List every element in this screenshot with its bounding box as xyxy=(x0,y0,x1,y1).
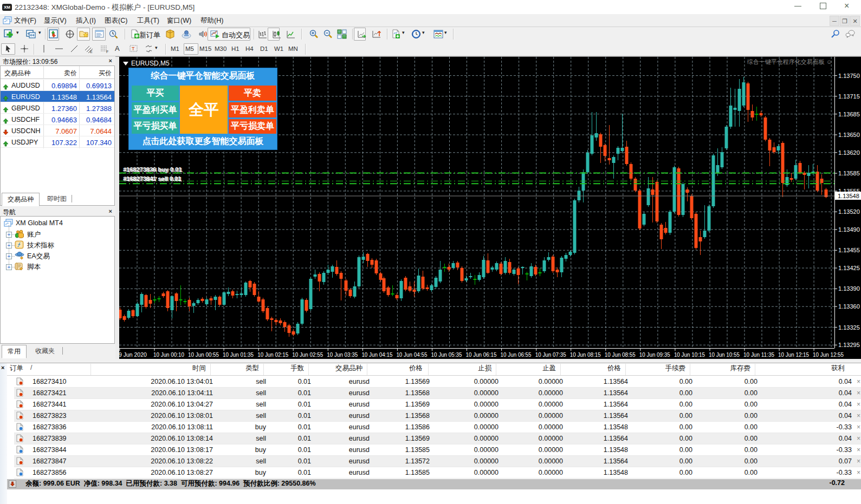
svg-text:E: E xyxy=(90,50,93,54)
svg-text:F: F xyxy=(106,50,108,54)
svg-text:T: T xyxy=(132,46,135,51)
